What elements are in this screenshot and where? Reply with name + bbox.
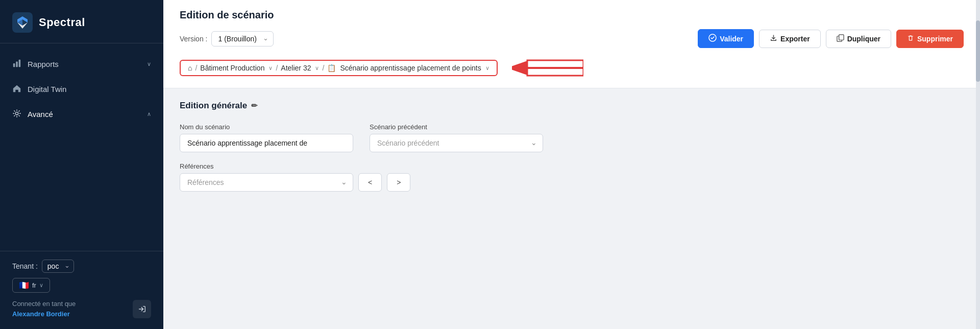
delete-button[interactable]: Supprimer bbox=[896, 30, 964, 48]
scenario-prev-select-wrap[interactable]: Scénario précédent bbox=[370, 134, 543, 152]
breadcrumb-sep-3: / bbox=[322, 64, 324, 72]
sidebar-item-avance[interactable]: Avancé ∧ bbox=[0, 102, 163, 127]
logout-icon bbox=[137, 304, 146, 314]
section-title-text: Edition générale bbox=[180, 101, 247, 111]
scrollbar[interactable] bbox=[976, 0, 980, 329]
breadcrumb-batiment-label: Bâtiment Production bbox=[200, 64, 264, 72]
scenario-name-label: Nom du scénario bbox=[180, 123, 353, 131]
breadcrumb-scenario[interactable]: 📋 Scénario apprentissage placement de po… bbox=[327, 64, 489, 72]
sidebar-item-rapports-label: Rapports bbox=[28, 60, 59, 68]
user-row: Connecté en tant que Alexandre Bordier bbox=[12, 299, 151, 319]
logo-text: Spectral bbox=[39, 16, 85, 29]
sidebar-item-digital-twin-label: Digital Twin bbox=[28, 85, 66, 93]
breadcrumb-atelier-label: Atelier 32 bbox=[281, 64, 311, 72]
svg-rect-2 bbox=[16, 61, 18, 67]
tenant-row: Tenant : poc bbox=[12, 260, 151, 273]
breadcrumb-atelier[interactable]: Atelier 32 ∨ bbox=[281, 64, 319, 72]
sidebar-nav: Rapports ∨ Digital Twin Avancé ∧ bbox=[0, 43, 163, 251]
lang-chevron: ∨ bbox=[39, 282, 43, 289]
annotation-arrow bbox=[512, 55, 583, 81]
duplicate-button[interactable]: Dupliquer bbox=[826, 30, 891, 48]
scenario-name-group: Nom du scénario bbox=[180, 123, 353, 152]
tenant-select-wrap[interactable]: poc bbox=[42, 260, 74, 273]
main-body: Edition générale ✏ Nom du scénario Scéna… bbox=[163, 88, 980, 329]
gear-icon bbox=[12, 109, 21, 120]
breadcrumb-sep-1: / bbox=[195, 64, 197, 72]
breadcrumb-scenario-label: Scénario apprentissage placement de poin… bbox=[340, 64, 481, 72]
breadcrumb-atelier-chevron: ∨ bbox=[315, 65, 319, 72]
duplicate-label: Dupliquer bbox=[847, 35, 880, 43]
references-select-wrap[interactable]: Références bbox=[180, 173, 353, 192]
lang-code: fr bbox=[32, 281, 36, 289]
breadcrumb-box[interactable]: ⌂ / Bâtiment Production ∨ / Atelier 32 ∨… bbox=[180, 60, 498, 76]
references-label: Références bbox=[180, 162, 410, 170]
svg-point-4 bbox=[15, 112, 18, 114]
user-info: Connecté en tant que Alexandre Bordier bbox=[12, 299, 76, 319]
sidebar-item-digital-twin[interactable]: Digital Twin bbox=[0, 77, 163, 102]
language-button[interactable]: 🇫🇷 fr ∨ bbox=[12, 278, 50, 293]
validate-button[interactable]: Valider bbox=[698, 29, 754, 48]
home-breadcrumb-icon: ⌂ bbox=[188, 64, 192, 72]
ref-prev-button[interactable]: < bbox=[358, 173, 382, 192]
export-label: Exporter bbox=[780, 35, 810, 43]
breadcrumb-batiment[interactable]: Bâtiment Production ∨ bbox=[200, 64, 273, 72]
chart-icon bbox=[12, 59, 21, 69]
section-title: Edition générale ✏ bbox=[180, 101, 964, 111]
export-icon bbox=[770, 34, 777, 43]
spectral-logo-icon bbox=[12, 12, 33, 33]
scenario-prev-select[interactable]: Scénario précédent bbox=[370, 134, 543, 152]
flag-icon: 🇫🇷 bbox=[19, 280, 29, 290]
tenant-label: Tenant : bbox=[12, 262, 38, 270]
breadcrumb-batiment-chevron: ∨ bbox=[268, 65, 273, 72]
scenario-book-icon: 📋 bbox=[327, 64, 336, 72]
red-arrow-svg bbox=[512, 55, 583, 81]
avance-chevron: ∧ bbox=[147, 111, 151, 118]
svg-rect-7 bbox=[839, 34, 843, 39]
breadcrumb-container: ⌂ / Bâtiment Production ∨ / Atelier 32 ∨… bbox=[180, 55, 964, 88]
edit-icon[interactable]: ✏ bbox=[251, 101, 258, 110]
action-buttons: Valider Exporter Dupliquer bbox=[698, 29, 964, 48]
scenario-name-input[interactable] bbox=[180, 134, 353, 152]
svg-rect-1 bbox=[13, 63, 15, 67]
logo-area: Spectral bbox=[0, 0, 163, 43]
main-content: Edition de scénario Version : 1 (Brouill… bbox=[163, 0, 980, 329]
rapports-chevron: ∨ bbox=[147, 61, 151, 67]
ref-next-button[interactable]: > bbox=[387, 173, 410, 192]
breadcrumb-scenario-chevron: ∨ bbox=[485, 65, 489, 72]
form-row-1: Nom du scénario Scénario précédent Scéna… bbox=[180, 123, 964, 152]
logout-button[interactable] bbox=[133, 300, 151, 318]
scenario-prev-group: Scénario précédent Scénario précédent bbox=[370, 123, 543, 152]
validate-icon bbox=[708, 34, 717, 43]
export-button[interactable]: Exporter bbox=[759, 30, 821, 48]
user-name: Alexandre Bordier bbox=[12, 309, 76, 319]
scenario-prev-label: Scénario précédent bbox=[370, 123, 543, 131]
lang-row: 🇫🇷 fr ∨ bbox=[12, 278, 151, 293]
version-select[interactable]: 1 (Brouillon) bbox=[211, 31, 274, 46]
breadcrumb-sep-2: / bbox=[276, 64, 278, 72]
references-select[interactable]: Références bbox=[180, 173, 353, 192]
validate-label: Valider bbox=[720, 35, 743, 43]
version-row: Version : 1 (Brouillon) bbox=[180, 31, 274, 46]
svg-rect-3 bbox=[19, 60, 21, 67]
tenant-select[interactable]: poc bbox=[42, 260, 74, 273]
duplicate-icon bbox=[837, 34, 844, 43]
references-group: Références Références < > bbox=[180, 162, 410, 192]
references-row: Références < > bbox=[180, 173, 410, 192]
version-label: Version : bbox=[180, 35, 207, 43]
toolbar-row: Version : 1 (Brouillon) Valider bbox=[180, 29, 964, 48]
home-icon bbox=[12, 84, 21, 95]
main-header: Edition de scénario Version : 1 (Brouill… bbox=[163, 0, 980, 88]
page-title: Edition de scénario bbox=[180, 9, 964, 21]
version-select-wrap[interactable]: 1 (Brouillon) bbox=[211, 31, 274, 46]
connected-label: Connecté en tant que bbox=[12, 299, 76, 309]
scroll-thumb bbox=[976, 20, 980, 82]
breadcrumb-home[interactable]: ⌂ bbox=[188, 64, 192, 72]
sidebar-item-rapports[interactable]: Rapports ∨ bbox=[0, 52, 163, 77]
delete-icon bbox=[907, 34, 914, 43]
sidebar-item-avance-label: Avancé bbox=[28, 110, 53, 119]
sidebar-footer: Tenant : poc 🇫🇷 fr ∨ Connecté en tant qu… bbox=[0, 251, 163, 329]
sidebar: Spectral Rapports ∨ Digital Twin bbox=[0, 0, 163, 329]
delete-label: Supprimer bbox=[917, 35, 953, 43]
form-row-2: Références Références < > bbox=[180, 162, 964, 192]
